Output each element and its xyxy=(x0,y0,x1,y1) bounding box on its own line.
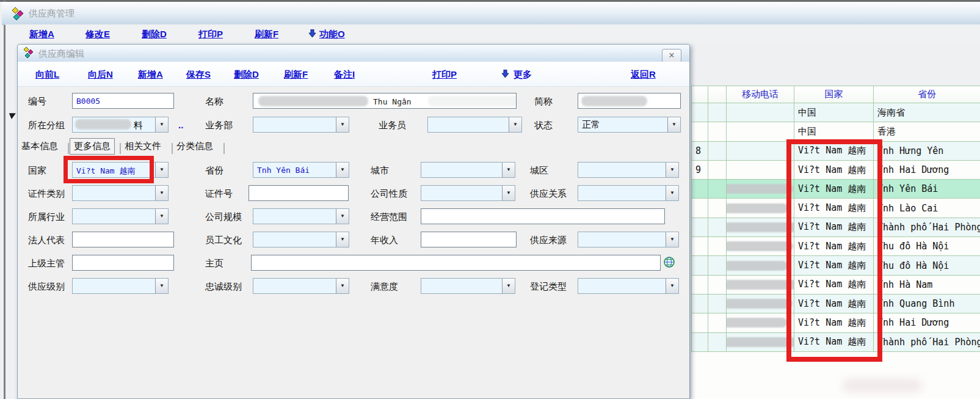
toolbar-delete[interactable]: 删除D xyxy=(234,69,259,81)
empty-cell xyxy=(708,160,727,179)
censor-blob xyxy=(727,184,794,194)
empty-cell xyxy=(708,122,727,141)
censor-blob xyxy=(727,241,794,251)
header-mobile-phone[interactable]: 移动电话 xyxy=(727,86,794,103)
censor-blob xyxy=(727,337,794,347)
phone-cut-cell: 8 xyxy=(692,141,708,160)
toolbar-next[interactable]: 向后N xyxy=(88,69,113,81)
censor-blob xyxy=(727,261,788,271)
dialog-logo-diamonds-icon xyxy=(23,47,35,59)
mobile-phone-cell xyxy=(727,103,794,122)
country-cell: 中国 xyxy=(794,122,874,141)
mobile-phone-cell xyxy=(727,141,794,160)
table-row[interactable]: 中国香港 xyxy=(692,122,980,141)
main-window-title: 供应商管理 xyxy=(29,8,74,20)
phone-cut-cell xyxy=(692,122,708,141)
header-province[interactable]: 省份 xyxy=(874,86,980,103)
empty-cell xyxy=(708,141,727,160)
province-cell: Thành phố Hai Phòng xyxy=(874,218,980,236)
province-cell: 海南省 xyxy=(874,103,980,122)
empty-cell xyxy=(708,218,727,236)
menu-item-refresh[interactable]: 刷新F xyxy=(255,29,278,40)
toolbar-save[interactable]: 保存S xyxy=(186,69,211,81)
phone-cut-cell xyxy=(692,180,708,199)
phone-cut-cell: 9 xyxy=(692,160,708,179)
down-arrow-icon xyxy=(308,29,316,38)
toolbar-more[interactable]: 更多 xyxy=(514,69,532,81)
censor-blob xyxy=(727,222,794,232)
header-empty-column[interactable] xyxy=(708,86,727,103)
window-left-border xyxy=(4,0,5,399)
censor-smudge xyxy=(843,379,922,392)
country-cell: 中国 xyxy=(794,103,874,122)
table-header-row: 移动电话 国家 省份 xyxy=(692,86,980,103)
globe-icon[interactable] xyxy=(663,256,675,268)
province-cell: Tnh Yên Bái xyxy=(874,180,980,199)
mobile-phone-cell xyxy=(727,199,794,218)
menu-item-print[interactable]: 打印P xyxy=(198,29,223,40)
censor-blob xyxy=(727,318,788,328)
menu-item-functions[interactable]: 功能O xyxy=(319,29,345,40)
mobile-phone-cell xyxy=(727,294,794,313)
tab-basic-info[interactable]: 基本信息 xyxy=(21,141,58,152)
table-row[interactable]: 中国海南省 xyxy=(692,103,980,122)
phone-cut-cell xyxy=(692,218,708,236)
toolbar-print[interactable]: 打印P xyxy=(432,69,457,81)
province-cell: Tnh Hai Dương xyxy=(874,313,980,332)
phone-cut-cell xyxy=(692,237,708,256)
menu-item-edit[interactable]: 修改E xyxy=(85,29,110,40)
empty-cell xyxy=(708,294,727,313)
mobile-phone-cell xyxy=(727,180,794,199)
empty-cell xyxy=(708,103,727,122)
phone-cut-cell xyxy=(692,294,708,313)
empty-cell xyxy=(708,275,727,294)
dialog-title: 供应商编辑 xyxy=(38,48,84,60)
group-browse-button[interactable]: .. xyxy=(178,120,183,130)
menu-item-delete[interactable]: 删除D xyxy=(142,29,167,40)
empty-cell xyxy=(708,199,727,218)
dialog-titlebar: 供应商编辑 ✕ xyxy=(18,45,689,62)
phone-cut-cell xyxy=(692,103,708,122)
province-cell: Tnh Hưng Yên xyxy=(874,141,980,160)
province-cell: Thu đô Hà Nội xyxy=(874,237,980,256)
mobile-phone-cell xyxy=(727,122,794,141)
header-country[interactable]: 国家 xyxy=(794,86,874,103)
phone-cut-cell xyxy=(692,199,708,218)
header-cut-column[interactable] xyxy=(692,86,708,103)
cursor-artifact xyxy=(8,112,16,120)
toolbar-add[interactable]: 新增A xyxy=(138,69,163,81)
empty-cell xyxy=(708,332,727,351)
main-menubar: 新增A 修改E 删除D 打印P 刷新F 功能O xyxy=(5,24,980,43)
mobile-phone-cell xyxy=(727,237,794,256)
main-window-titlebar: 供应商管理 xyxy=(2,2,980,25)
tab-related-files[interactable]: 相关文件 xyxy=(125,141,161,152)
province-cell: Thành phố Hai Phòng xyxy=(874,332,980,351)
close-icon[interactable]: ✕ xyxy=(662,49,681,63)
toolbar-refresh[interactable]: 刷新F xyxy=(284,69,308,81)
tab-category-info[interactable]: 分类信息 xyxy=(176,141,213,152)
empty-cell xyxy=(708,237,727,256)
mobile-phone-cell xyxy=(727,256,794,275)
supplier-edit-dialog: 供应商编辑 ✕ 向前L 向后N 新增A 保存S 删除D 刷新F 备注I 打印P … xyxy=(17,44,690,399)
censor-blob xyxy=(727,203,789,213)
phone-cut-cell xyxy=(692,256,708,275)
province-cell: Tnh Quang Bình xyxy=(874,294,980,313)
empty-cell xyxy=(708,180,727,199)
menu-item-add[interactable]: 新增A xyxy=(29,29,54,40)
phone-cut-cell xyxy=(692,313,708,332)
down-arrow-icon xyxy=(501,70,509,78)
mobile-phone-cell xyxy=(727,275,794,294)
toolbar-notes[interactable]: 备注I xyxy=(334,69,355,81)
phone-cut-cell xyxy=(692,275,708,294)
toolbar-return[interactable]: 返回R xyxy=(631,69,656,81)
toolbar-prev[interactable]: 向前L xyxy=(35,69,59,81)
mobile-phone-cell xyxy=(727,160,794,179)
annotation-box-country-column xyxy=(786,139,882,362)
dialog-toolbar: 向前L 向后N 新增A 保存S 删除D 刷新F 备注I 打印P 更多 返回R xyxy=(18,62,689,87)
tab-more-info[interactable]: 更多信息 xyxy=(70,138,115,155)
province-cell: Tnh Hai Dương xyxy=(874,160,980,179)
province-cell: Tnh Lào Cai xyxy=(874,199,980,218)
mobile-phone-cell xyxy=(727,313,794,332)
mobile-phone-cell xyxy=(727,332,794,351)
phone-cut-cell xyxy=(692,332,708,351)
